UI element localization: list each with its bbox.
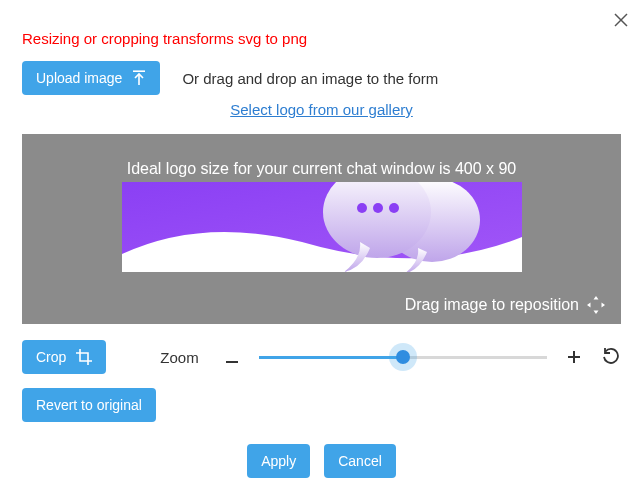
footer-row: Apply Cancel — [22, 444, 621, 478]
zoom-in-button[interactable] — [563, 347, 585, 368]
revert-to-original-button[interactable]: Revert to original — [22, 388, 156, 422]
zoom-slider[interactable] — [259, 347, 547, 367]
ideal-size-hint: Ideal logo size for your current chat wi… — [127, 160, 517, 178]
svg-point-8 — [373, 203, 383, 213]
cancel-button[interactable]: Cancel — [324, 444, 396, 478]
warning-text: Resizing or cropping transforms svg to p… — [22, 30, 621, 47]
gallery-link[interactable]: Select logo from our gallery — [230, 101, 413, 118]
svg-marker-11 — [594, 311, 599, 315]
close-button[interactable] — [611, 10, 631, 30]
reset-icon — [602, 348, 620, 366]
revert-row: Revert to original — [22, 388, 621, 422]
svg-rect-14 — [226, 361, 238, 363]
logo-crop-frame[interactable] — [122, 182, 522, 272]
upload-row: Upload image Or drag and drop an image t… — [22, 61, 621, 95]
image-preview-area[interactable]: Ideal logo size for your current chat wi… — [22, 134, 621, 324]
reset-zoom-button[interactable] — [601, 347, 621, 367]
upload-image-label: Upload image — [36, 70, 122, 86]
move-icon — [587, 296, 605, 314]
upload-image-button[interactable]: Upload image — [22, 61, 160, 95]
svg-point-9 — [389, 203, 399, 213]
minus-icon — [226, 361, 238, 363]
reposition-text: Drag image to reposition — [405, 296, 579, 314]
gallery-link-row: Select logo from our gallery — [22, 101, 621, 118]
drag-drop-text: Or drag and drop an image to the form — [182, 70, 438, 87]
svg-marker-10 — [594, 296, 599, 300]
uploaded-logo-image[interactable] — [122, 182, 522, 272]
crop-button[interactable]: Crop — [22, 340, 106, 374]
crop-button-label: Crop — [36, 349, 66, 365]
reposition-hint: Drag image to reposition — [405, 296, 605, 314]
svg-marker-13 — [602, 303, 606, 308]
apply-button-label: Apply — [261, 453, 296, 469]
cancel-button-label: Cancel — [338, 453, 382, 469]
apply-button[interactable]: Apply — [247, 444, 310, 478]
slider-fill — [259, 356, 403, 359]
tools-row: Crop Zoom — [22, 340, 621, 374]
slider-thumb[interactable] — [396, 350, 410, 364]
svg-marker-12 — [587, 303, 591, 308]
revert-button-label: Revert to original — [36, 397, 142, 413]
zoom-out-button[interactable] — [221, 347, 243, 368]
close-icon — [614, 13, 628, 27]
upload-icon — [132, 70, 146, 86]
svg-rect-16 — [568, 356, 580, 358]
zoom-label: Zoom — [160, 349, 198, 366]
plus-icon — [568, 351, 580, 363]
svg-point-7 — [357, 203, 367, 213]
crop-icon — [76, 349, 92, 365]
